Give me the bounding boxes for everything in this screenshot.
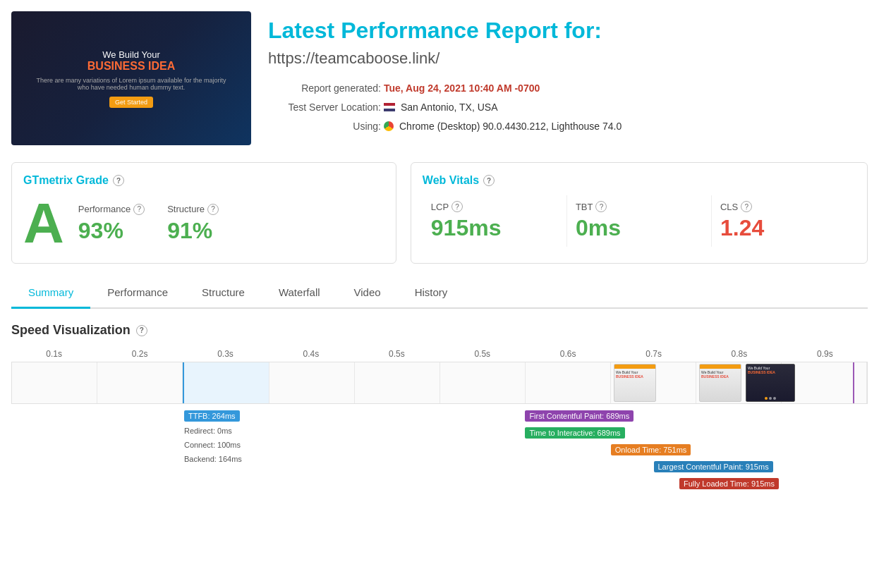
timeline-label-9: 0.8s: [696, 349, 782, 359]
ttfb-block: TTFB: 264ms Redirect: 0ms Connect: 100ms…: [184, 410, 242, 466]
report-generated-value: Tue, Aug 24, 2021 10:40 AM -0700: [384, 79, 540, 98]
performance-metric: Performance ? 93%: [78, 204, 145, 244]
timeline-label-4: 0.4s: [268, 349, 353, 359]
ttfb-details: Redirect: 0ms Connect: 100ms Backend: 16…: [184, 424, 242, 466]
us-flag-icon: [384, 103, 395, 111]
structure-value: 91%: [167, 218, 219, 244]
cls-help-icon[interactable]: ?: [741, 201, 752, 212]
lcp-ann-label: Largest Contentful Paint: 915ms: [654, 461, 773, 472]
timeline-bars: We Build YourBUSINESS IDEA We Build Your…: [11, 362, 868, 404]
structure-help-icon[interactable]: ?: [207, 204, 219, 215]
tbt-vital: TBT ? 0ms: [567, 195, 712, 247]
tbt-help-icon[interactable]: ?: [595, 201, 607, 212]
timeline-label-3: 0.3s: [183, 349, 268, 359]
using-value: Chrome (Desktop) 90.0.4430.212, Lighthou…: [399, 117, 622, 136]
web-vitals-title: Web Vitals ?: [423, 174, 856, 187]
report-title: Latest Performance Report for:: [268, 17, 868, 44]
timeline-labels: 0.1s 0.2s 0.3s 0.4s 0.5s 0.5s 0.6s 0.7s …: [11, 349, 868, 359]
timeline-label-2: 0.2s: [97, 349, 182, 359]
timeline-label-5: 0.5s: [354, 349, 440, 359]
tti-block: Time to Interactive: 689ms: [525, 427, 624, 439]
web-vitals-box: Web Vitals ? LCP ? 915ms TBT ? 0ms: [411, 162, 868, 264]
thumb-1: We Build YourBUSINESS IDEA: [614, 364, 656, 402]
tabs-bar: Summary Performance Structure Waterfall …: [11, 278, 868, 309]
cell-6: [440, 362, 526, 403]
gtmetrix-grade-box: GTmetrix Grade ? A Performance ? 93%: [11, 162, 396, 264]
annotations-area: TTFB: 264ms Redirect: 0ms Connect: 100ms…: [11, 410, 868, 529]
tti-label: Time to Interactive: 689ms: [525, 427, 624, 439]
tab-performance[interactable]: Performance: [90, 278, 185, 309]
cell-3: [183, 362, 269, 403]
cell-5: [355, 362, 440, 403]
timeline-label-7: 0.6s: [525, 349, 610, 359]
report-meta: Report generated: Tue, Aug 24, 2021 10:4…: [268, 79, 868, 135]
website-screenshot: We Build Your BUSINESS IDEA There are ma…: [11, 11, 251, 145]
speed-viz-help-icon[interactable]: ?: [136, 325, 147, 336]
performance-value: 93%: [78, 218, 145, 244]
timeline-label-1: 0.1s: [11, 349, 97, 359]
fcp-label: First Contentful Paint: 689ms: [525, 410, 634, 422]
flt-block: Fully Loaded Time: 915ms: [679, 477, 779, 489]
server-location-label: Test Server Location:: [268, 98, 381, 117]
flt-label: Fully Loaded Time: 915ms: [679, 478, 779, 489]
cell-9: We Build YourBUSINESS IDEA We Build Your…: [696, 362, 782, 403]
report-info: Latest Performance Report for: https://t…: [268, 11, 868, 145]
cell-7: [526, 362, 611, 403]
using-label: Using:: [268, 117, 381, 136]
performance-label: Performance: [78, 204, 131, 214]
lcp-value: 915ms: [431, 215, 558, 241]
tab-video[interactable]: Video: [337, 278, 398, 309]
fcp-block: First Contentful Paint: 689ms: [525, 410, 634, 422]
ttfb-connect: Connect: 100ms: [184, 439, 242, 453]
onload-label: Onload Time: 751ms: [611, 444, 691, 455]
tab-history[interactable]: History: [398, 278, 465, 309]
ttfb-redirect: Redirect: 0ms: [184, 424, 242, 439]
tab-summary[interactable]: Summary: [11, 278, 90, 309]
gtmetrix-title: GTmetrix Grade ?: [23, 174, 384, 187]
chrome-icon: [384, 121, 394, 131]
performance-help-icon[interactable]: ?: [133, 204, 145, 215]
timeline-label-10: 0.9s: [782, 349, 868, 359]
cell-2: [97, 362, 183, 403]
gtmetrix-help-icon[interactable]: ?: [113, 175, 124, 186]
cell-4: [269, 362, 355, 403]
timeline-label-8: 0.7s: [611, 349, 696, 359]
report-url: https://teamcaboose.link/: [268, 49, 868, 68]
report-generated-label: Report generated:: [268, 79, 381, 98]
thumb-2: We Build YourBUSINESS IDEA: [699, 364, 741, 402]
lcp-help-icon[interactable]: ?: [451, 201, 463, 212]
structure-metric: Structure ? 91%: [167, 204, 219, 244]
tbt-value: 0ms: [576, 215, 703, 241]
cell-8: We Build YourBUSINESS IDEA: [611, 362, 696, 403]
cls-label: CLS: [720, 202, 738, 212]
cls-value: 1.24: [720, 215, 847, 241]
tbt-label: TBT: [576, 202, 593, 212]
onload-block: Onload Time: 751ms: [611, 443, 691, 455]
timeline-label-6: 0.5s: [440, 349, 525, 359]
cls-vital: CLS ? 1.24: [712, 195, 856, 247]
ttfb-label: TTFB: 264ms: [184, 410, 240, 422]
speed-visualization: Speed Visualization ? 0.1s 0.2s 0.3s 0.4…: [11, 323, 868, 529]
tab-waterfall[interactable]: Waterfall: [262, 278, 337, 309]
lcp-vital: LCP ? 915ms: [423, 195, 567, 247]
timeline-container: We Build YourBUSINESS IDEA We Build Your…: [11, 362, 868, 529]
server-location-value: San Antonio, TX, USA: [401, 98, 498, 117]
lcp-label: LCP: [431, 202, 449, 212]
speed-viz-heading: Speed Visualization ?: [11, 323, 868, 338]
grade-letter: A: [23, 195, 64, 252]
ttfb-backend: Backend: 164ms: [184, 453, 242, 467]
lcp-block: Largest Contentful Paint: 915ms: [654, 460, 773, 472]
purple-line: [853, 362, 854, 403]
structure-label: Structure: [167, 204, 205, 214]
tab-structure[interactable]: Structure: [185, 278, 262, 309]
cell-1: [12, 362, 97, 403]
web-vitals-help-icon[interactable]: ?: [483, 175, 495, 186]
